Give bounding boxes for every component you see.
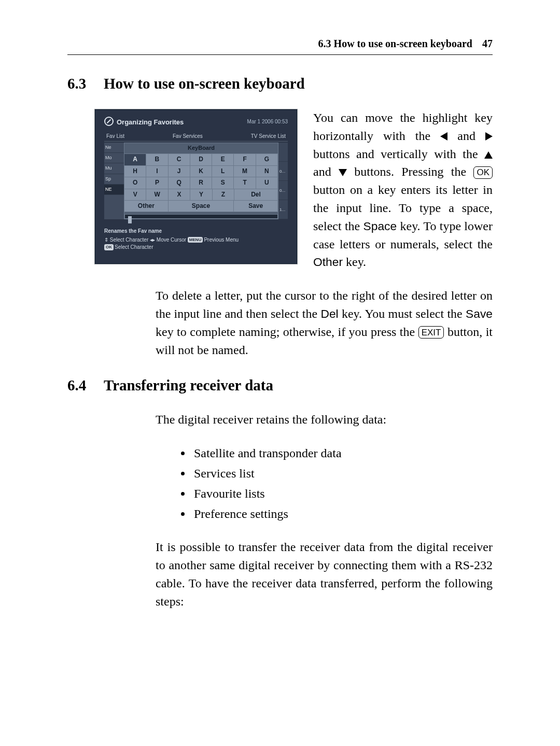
- footer-hints-line1: ⇕ Select Character ◂▸ Move Cursor MENUPr…: [104, 236, 288, 244]
- list-item: Sp: [104, 174, 124, 185]
- key-a[interactable]: A: [124, 154, 146, 165]
- body-paragraph-transfer: It is possible to transfer the receiver …: [156, 538, 493, 610]
- list-item: Mo: [104, 153, 124, 163]
- key-p[interactable]: P: [146, 177, 168, 189]
- key-s[interactable]: S: [212, 177, 234, 189]
- screenshot-footer: Renames the Fav name ⇕ Select Character …: [104, 228, 288, 251]
- key-g[interactable]: G: [256, 154, 278, 165]
- tab-tv-service-list: TV Service List: [251, 133, 286, 140]
- list-item: Mu: [104, 163, 124, 174]
- section-title: Transferring receiver data: [104, 374, 273, 396]
- key-d[interactable]: D: [190, 154, 212, 165]
- key-t[interactable]: T: [234, 177, 256, 189]
- figure-and-text-row: Organizing Favorites Mar 1 2006 00:53 Fa…: [67, 109, 493, 271]
- section-title: How to use on-screen keyboard: [104, 73, 305, 94]
- onscreen-keyboard-screenshot: Organizing Favorites Mar 1 2006 00:53 Fa…: [94, 109, 298, 264]
- body-paragraph-retains: The digital receiver retains the followi…: [156, 411, 493, 429]
- key-l[interactable]: L: [212, 166, 234, 177]
- list-item: Preference settings: [192, 505, 493, 523]
- tab-fav-services: Fav Services: [173, 133, 203, 140]
- key-c[interactable]: C: [169, 154, 190, 165]
- data-list: Satellite and transponder data Services …: [180, 444, 493, 523]
- left-arrow-icon: [440, 132, 447, 140]
- key-f[interactable]: F: [234, 154, 256, 165]
- running-header-text: 6.3 How to use on-screen keyboard: [318, 38, 472, 49]
- footer-hints-line2: OKSelect Character: [104, 244, 288, 251]
- down-arrow-icon: [339, 169, 347, 176]
- list-item-selected: NE: [104, 185, 124, 195]
- body-paragraph-delete: To delete a letter, put the cursor to th…: [156, 287, 493, 359]
- section-number: 6.3: [67, 73, 91, 94]
- ok-button-key: OK: [473, 166, 493, 179]
- leftright-icon: ◂▸: [150, 237, 155, 243]
- updown-icon: ⇕: [104, 237, 108, 243]
- screenshot-title: Organizing Favorites: [104, 117, 184, 128]
- ok-pill-icon: OK: [104, 244, 114, 250]
- list-item: Favourite lists: [192, 485, 493, 503]
- screenshot-datetime: Mar 1 2006 00:53: [247, 118, 288, 126]
- forbidden-icon: [104, 117, 114, 126]
- keyboard-panel: KeyBoard A B C D E F G: [124, 143, 278, 219]
- key-v[interactable]: V: [124, 189, 146, 201]
- key-b[interactable]: B: [146, 154, 168, 165]
- keyboard-grid: A B C D E F G H I J: [124, 154, 278, 212]
- key-r[interactable]: R: [190, 177, 212, 189]
- section-number: 6.4: [67, 374, 91, 396]
- del-key-label: Del: [320, 307, 338, 320]
- tab-fav-list: Fav List: [106, 133, 124, 140]
- space-key-label: Space: [363, 219, 397, 233]
- key-save[interactable]: Save: [234, 201, 278, 212]
- key-q[interactable]: Q: [169, 177, 190, 189]
- right-arrow-icon: [485, 132, 493, 140]
- exit-button-key: EXIT: [418, 326, 444, 339]
- key-other[interactable]: Other: [124, 201, 169, 212]
- other-key-label: Other: [313, 255, 343, 269]
- key-e[interactable]: E: [212, 154, 234, 165]
- list-item: 1...: [278, 200, 288, 219]
- up-arrow-icon: [484, 151, 493, 159]
- list-item: 0...: [278, 181, 288, 200]
- section-heading-6-3: 6.3 How to use on-screen keyboard: [67, 73, 493, 94]
- list-item: Satellite and transponder data: [192, 444, 493, 462]
- footer-status: Renames the Fav name: [104, 228, 288, 235]
- key-i[interactable]: I: [146, 166, 168, 177]
- service-list-panel: 0... 0... 1...: [278, 143, 288, 219]
- key-z[interactable]: Z: [213, 189, 234, 201]
- running-header: 6.3 How to use on-screen keyboard 47: [67, 36, 493, 55]
- save-key-label: Save: [466, 307, 493, 320]
- list-item: 0...: [278, 162, 288, 181]
- key-n[interactable]: N: [256, 166, 278, 177]
- page: 6.3 How to use on-screen keyboard 47 6.3…: [0, 0, 560, 746]
- list-item: [278, 143, 288, 162]
- keyboard-input-line[interactable]: [124, 214, 278, 219]
- fav-list-panel: Ne Mo Mu Sp NE: [104, 143, 124, 219]
- keyboard-label: KeyBoard: [124, 143, 278, 154]
- key-j[interactable]: J: [169, 166, 190, 177]
- key-space[interactable]: Space: [169, 201, 234, 212]
- key-x[interactable]: X: [169, 189, 190, 201]
- list-item: Ne: [104, 143, 124, 153]
- list-item: Services list: [192, 465, 493, 483]
- key-w[interactable]: W: [146, 189, 168, 201]
- key-k[interactable]: K: [190, 166, 212, 177]
- aside-paragraph: You can move the highlight key horizonta…: [313, 109, 493, 271]
- text-caret: [128, 216, 132, 223]
- section-heading-6-4: 6.4 Transferring receiver data: [67, 374, 493, 396]
- page-number: 47: [482, 38, 493, 49]
- key-del[interactable]: Del: [234, 189, 278, 201]
- key-h[interactable]: H: [124, 166, 146, 177]
- key-u[interactable]: U: [256, 177, 278, 189]
- key-o[interactable]: O: [124, 177, 146, 189]
- key-y[interactable]: Y: [190, 189, 212, 201]
- menu-pill-icon: MENU: [188, 237, 203, 243]
- key-m[interactable]: M: [234, 166, 256, 177]
- screenshot-tabs: Fav List Fav Services TV Service List: [104, 133, 288, 142]
